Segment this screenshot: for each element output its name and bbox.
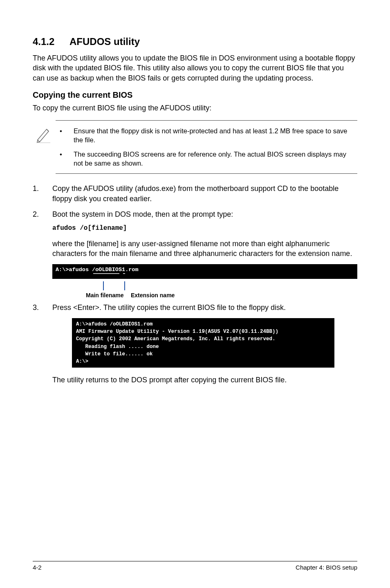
terminal-line: Copyright (C) 2002 American Megatrends, …	[76, 336, 276, 342]
pencil-note-icon	[35, 120, 56, 145]
step-text: Copy the AFUDOS utility (afudos.exe) fro…	[52, 184, 357, 204]
step-text: Press <Enter>. The utility copies the cu…	[52, 303, 357, 312]
sub-heading: Copying the current BIOS	[33, 90, 357, 100]
terminal-output: A:\>afudos /oOLDBIOS1.rom AMI Firmware U…	[72, 318, 334, 368]
step-item: 1. Copy the AFUDOS utility (afudos.exe) …	[33, 184, 357, 204]
steps-list: 1. Copy the AFUDOS utility (afudos.exe) …	[33, 184, 357, 258]
terminal-output: A:\>afudos /oOLDBIOS1.rom	[52, 264, 357, 279]
annotation-label-main: Main filename	[86, 292, 124, 298]
intro-paragraph: The AFUDOS utility allows you to update …	[33, 53, 357, 83]
step-number: 3.	[33, 303, 52, 312]
annotation-diagram: Main filename Extension name	[52, 281, 357, 300]
bullet-mark: •	[60, 126, 74, 145]
code-line: afudos /o[filename]	[52, 224, 357, 233]
note-bullet: • The succeeding BIOS screens are for re…	[60, 150, 357, 168]
terminal-line: AMI Firmware Update Utility - Version 1.…	[76, 329, 278, 334]
note-text: The succeeding BIOS screens are for refe…	[74, 150, 357, 168]
note-text: Ensure that the floppy disk is not write…	[74, 126, 357, 145]
step-number: 1.	[33, 184, 52, 204]
steps-list-cont: 3. Press <Enter>. The utility copies the…	[33, 303, 357, 312]
note-block: • Ensure that the floppy disk is not wri…	[33, 120, 357, 174]
chapter-label: Chapter 4: BIOS setup	[296, 564, 357, 571]
sub-intro-paragraph: To copy the current BIOS file using the …	[33, 103, 357, 113]
terminal-line: A:\>	[76, 359, 88, 364]
step-item: 2. Boot the system in DOS mode, then at …	[33, 209, 357, 258]
section-number: 4.1.2	[33, 36, 69, 47]
step-item: 3. Press <Enter>. The utility copies the…	[33, 303, 357, 312]
step-number: 2.	[33, 209, 52, 258]
bullet-mark: •	[60, 150, 74, 168]
section-heading: 4.1.2AFUDOS utility	[33, 36, 357, 47]
step-content: Boot the system in DOS mode, then at the…	[52, 209, 357, 258]
terminal-line: Write to file...... ok	[76, 351, 153, 357]
page-footer: 4-2 Chapter 4: BIOS setup	[33, 561, 357, 571]
note-bullet: • Ensure that the floppy disk is not wri…	[60, 126, 357, 145]
page-number: 4-2	[33, 564, 42, 571]
annotation-label-ext: Extension name	[131, 292, 175, 298]
note-content: • Ensure that the floppy disk is not wri…	[56, 120, 357, 174]
annotation-connector	[124, 281, 125, 290]
terminal-line: A:\>afudos /oOLDBIOS1.rom	[76, 321, 153, 327]
step-after-text: where the [filename] is any user-assigne…	[52, 240, 352, 258]
step-text: Boot the system in DOS mode, then at the…	[52, 210, 233, 218]
annotation-connector	[103, 281, 104, 290]
section-title: AFUDOS utility	[69, 36, 140, 47]
terminal-line: Reading flash ..... done	[76, 344, 159, 350]
closing-paragraph: The utility returns to the DOS prompt af…	[52, 375, 357, 385]
terminal-line: A:\>afudos /oOLDBIOS1.rom	[56, 267, 139, 273]
